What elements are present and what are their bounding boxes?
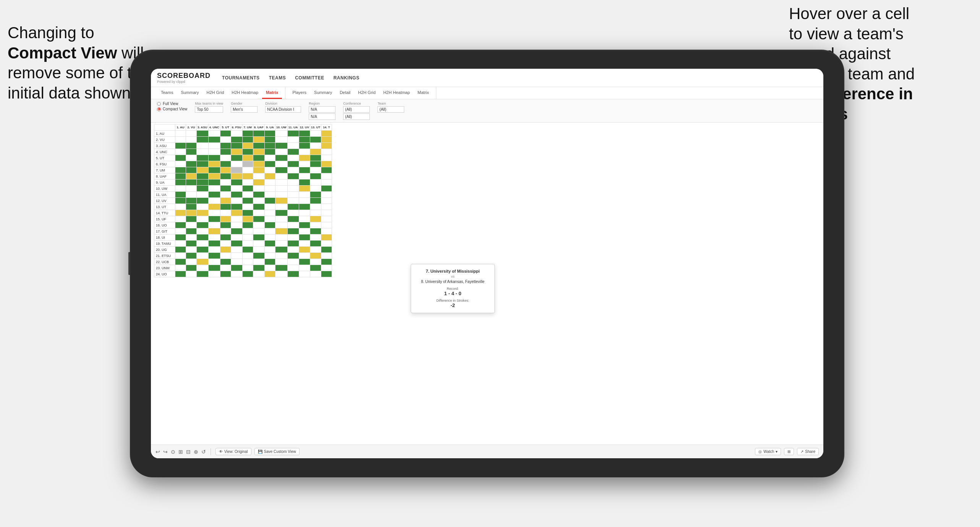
matrix-cell[interactable] [208,198,220,204]
matrix-cell[interactable] [220,216,231,222]
matrix-cell[interactable] [287,259,299,265]
matrix-cell[interactable] [197,253,209,259]
matrix-cell[interactable] [220,137,231,143]
matrix-cell[interactable] [186,216,197,222]
undo-icon[interactable]: ↩ [156,449,160,455]
matrix-cell[interactable] [197,161,209,167]
matrix-cell[interactable] [220,192,231,198]
matrix-cell[interactable] [253,149,264,155]
matrix-cell[interactable] [287,265,299,271]
matrix-cell[interactable] [321,241,332,247]
matrix-cell[interactable] [264,149,275,155]
matrix-cell[interactable] [264,253,275,259]
matrix-cell[interactable] [321,228,332,234]
matrix-cell[interactable] [299,143,310,149]
matrix-cell[interactable] [220,228,231,234]
view-original-btn[interactable]: 👁 View: Original [215,448,251,455]
matrix-cell[interactable] [186,241,197,247]
matrix-cell[interactable] [321,143,332,149]
matrix-cell[interactable] [197,241,209,247]
matrix-cell[interactable] [197,173,209,179]
matrix-cell[interactable] [321,271,332,277]
matrix-cell[interactable] [299,161,310,167]
matrix-cell[interactable] [175,167,186,173]
matrix-cell[interactable] [287,234,299,241]
matrix-cell[interactable] [242,271,253,277]
matrix-cell[interactable] [197,198,209,204]
matrix-cell[interactable] [208,149,220,155]
matrix-area[interactable]: 1. AU 2. VU 3. ASU 4. UNC 5. UT 6. FSU 7… [151,123,823,451]
refresh-icon[interactable]: ↺ [201,449,206,455]
matrix-cell[interactable] [264,155,275,161]
matrix-cell[interactable] [197,137,209,143]
layout-btn[interactable]: ⊞ [784,448,794,455]
matrix-cell[interactable] [186,259,197,265]
matrix-cell[interactable] [220,149,231,155]
matrix-cell[interactable] [197,186,209,192]
matrix-cell[interactable] [220,247,231,253]
matrix-cell[interactable] [310,155,321,161]
matrix-cell[interactable] [275,265,287,271]
matrix-cell[interactable] [275,137,287,143]
matrix-cell[interactable] [299,247,310,253]
matrix-cell[interactable] [275,259,287,265]
matrix-cell[interactable] [299,155,310,161]
matrix-cell[interactable] [231,247,242,253]
matrix-cell[interactable] [253,179,264,186]
matrix-cell[interactable] [275,210,287,216]
matrix-cell[interactable] [253,241,264,247]
matrix-cell[interactable] [175,204,186,210]
matrix-cell[interactable] [321,265,332,271]
matrix-cell[interactable] [208,131,220,137]
matrix-cell[interactable] [299,137,310,143]
matrix-cell[interactable] [175,247,186,253]
matrix-cell[interactable] [275,234,287,241]
compact-view-option[interactable]: Compact View [157,107,187,111]
sub-nav-p-h2h-grid[interactable]: H2H Grid [354,87,379,99]
matrix-cell[interactable] [242,192,253,198]
matrix-cell[interactable] [208,173,220,179]
matrix-cell[interactable] [186,198,197,204]
matrix-cell[interactable] [275,204,287,210]
matrix-cell[interactable] [310,137,321,143]
matrix-cell[interactable] [275,228,287,234]
matrix-cell[interactable] [231,155,242,161]
matrix-cell[interactable] [231,259,242,265]
sub-nav-h2h-grid[interactable]: H2H Grid [202,87,228,99]
matrix-cell[interactable] [299,173,310,179]
matrix-cell[interactable] [208,186,220,192]
matrix-cell[interactable] [275,192,287,198]
matrix-cell[interactable] [321,210,332,216]
matrix-cell[interactable] [321,192,332,198]
matrix-cell[interactable] [264,192,275,198]
matrix-cell[interactable] [275,271,287,277]
matrix-cell[interactable] [253,192,264,198]
matrix-cell[interactable] [264,131,275,137]
matrix-cell[interactable] [287,143,299,149]
matrix-cell[interactable] [253,155,264,161]
matrix-cell[interactable] [264,247,275,253]
matrix-cell[interactable] [242,131,253,137]
matrix-cell[interactable] [175,253,186,259]
matrix-cell[interactable] [231,204,242,210]
matrix-cell[interactable] [186,253,197,259]
matrix-cell[interactable] [242,253,253,259]
matrix-cell[interactable] [186,192,197,198]
matrix-cell[interactable] [197,234,209,241]
matrix-cell[interactable] [186,137,197,143]
matrix-cell[interactable] [253,271,264,277]
sub-nav-matrix[interactable]: Matrix [262,87,282,99]
matrix-cell[interactable] [275,143,287,149]
matrix-cell[interactable] [220,234,231,241]
matrix-cell[interactable] [299,259,310,265]
region-select2[interactable]: N/A [309,113,335,120]
team-select[interactable]: (All) [377,106,404,113]
matrix-cell[interactable] [175,155,186,161]
tool3-icon[interactable]: ⊙ [171,449,175,455]
matrix-cell[interactable] [264,210,275,216]
matrix-cell[interactable] [299,265,310,271]
matrix-cell[interactable] [321,222,332,228]
matrix-cell[interactable] [175,271,186,277]
matrix-cell[interactable] [208,204,220,210]
matrix-cell[interactable] [208,241,220,247]
